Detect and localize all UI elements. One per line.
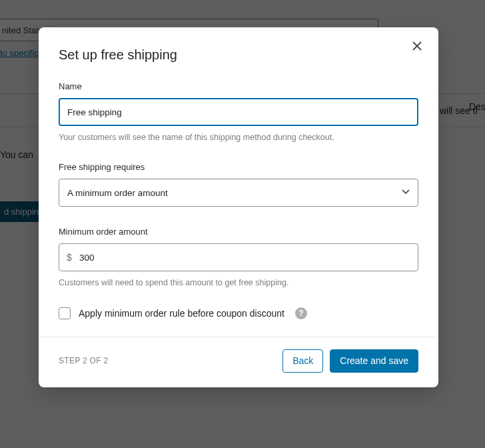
min-amount-label: Minimum order amount — [59, 227, 418, 237]
setup-free-shipping-modal: Set up free shipping Name Your customers… — [39, 27, 438, 387]
requires-label: Free shipping requires — [59, 162, 418, 172]
requires-select[interactable]: A minimum order amount — [59, 179, 418, 207]
modal-footer: STEP 2 OF 2 Back Create and save — [39, 337, 438, 387]
close-icon — [412, 41, 422, 51]
name-input[interactable] — [59, 98, 418, 126]
modal-overlay: Set up free shipping Name Your customers… — [0, 0, 485, 448]
close-button[interactable] — [408, 37, 426, 55]
help-icon[interactable]: ? — [295, 307, 307, 319]
min-amount-input[interactable] — [59, 243, 418, 271]
modal-title: Set up free shipping — [59, 47, 418, 63]
coupon-checkbox-label: Apply minimum order rule before coupon d… — [79, 308, 284, 319]
name-group: Name Your customers will see the name of… — [59, 81, 418, 142]
name-helper: Your customers will see the name of this… — [59, 133, 418, 142]
back-button[interactable]: Back — [282, 349, 323, 373]
coupon-checkbox[interactable] — [59, 307, 71, 319]
name-label: Name — [59, 81, 418, 91]
create-and-save-button[interactable]: Create and save — [330, 349, 418, 373]
requires-group: Free shipping requires A minimum order a… — [59, 162, 418, 207]
min-amount-group: Minimum order amount $ Customers will ne… — [59, 227, 418, 287]
min-amount-helper: Customers will need to spend this amount… — [59, 278, 418, 287]
coupon-checkbox-row: Apply minimum order rule before coupon d… — [59, 307, 418, 319]
step-indicator: STEP 2 OF 2 — [59, 356, 108, 365]
